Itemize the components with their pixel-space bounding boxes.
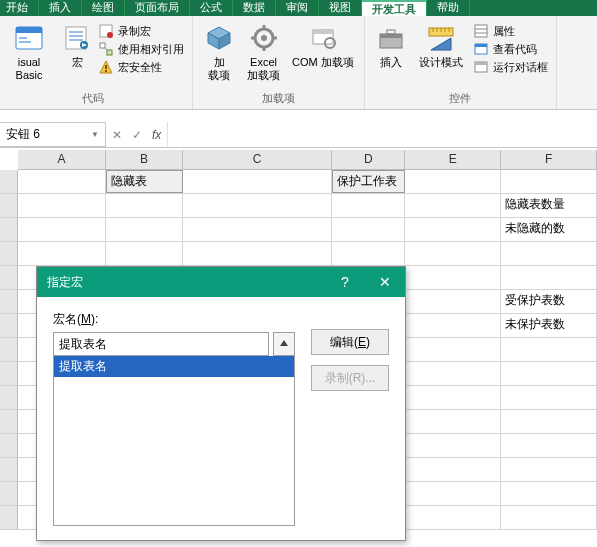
view-code-button[interactable]: 查看代码	[471, 40, 550, 58]
macro-security-button[interactable]: 宏安全性	[96, 58, 186, 76]
cell[interactable]	[405, 434, 501, 457]
row-header[interactable]	[0, 170, 18, 194]
cell[interactable]	[405, 170, 501, 193]
row-header[interactable]	[0, 290, 18, 314]
row-header[interactable]	[0, 458, 18, 482]
row-header[interactable]	[0, 434, 18, 458]
tab-view[interactable]: 视图	[319, 0, 362, 16]
cancel-formula-icon[interactable]: ✕	[112, 128, 122, 142]
use-relative-refs-button[interactable]: 使用相对引用	[96, 40, 186, 58]
tab-review[interactable]: 审阅	[276, 0, 319, 16]
cell[interactable]	[405, 458, 501, 481]
record-macro-button[interactable]: 录制宏	[96, 22, 186, 40]
tab-developer[interactable]: 开发工具	[362, 0, 427, 16]
cell[interactable]	[501, 482, 597, 505]
cell[interactable]	[501, 266, 597, 289]
cell[interactable]	[332, 194, 405, 217]
cell[interactable]	[501, 386, 597, 409]
cell[interactable]	[18, 218, 106, 241]
macro-name-input[interactable]	[53, 332, 269, 356]
run-dialog-button[interactable]: 运行对话框	[471, 58, 550, 76]
cell[interactable]	[405, 290, 501, 313]
dialog-titlebar[interactable]: 指定宏 ? ✕	[37, 267, 405, 297]
confirm-formula-icon[interactable]: ✓	[132, 128, 142, 142]
row-header[interactable]	[0, 314, 18, 338]
range-select-button[interactable]	[273, 332, 295, 356]
tab-data[interactable]: 数据	[233, 0, 276, 16]
chevron-down-icon[interactable]: ▼	[91, 130, 99, 139]
col-header-b[interactable]: B	[106, 150, 183, 169]
com-addins-button[interactable]: COM 加载项	[288, 20, 358, 88]
cell[interactable]: 受保护表数	[501, 290, 597, 313]
close-button[interactable]: ✕	[365, 267, 405, 297]
tab-insert[interactable]: 插入	[39, 0, 82, 16]
cell[interactable]	[183, 194, 332, 217]
cell[interactable]	[501, 242, 597, 265]
cell[interactable]	[405, 242, 501, 265]
edit-button[interactable]: 编辑(E)	[311, 329, 389, 355]
cell[interactable]	[405, 266, 501, 289]
col-header-c[interactable]: C	[183, 150, 333, 169]
cell[interactable]	[106, 194, 183, 217]
cell[interactable]	[501, 506, 597, 529]
col-header-d[interactable]: D	[332, 150, 405, 169]
row-header[interactable]	[0, 362, 18, 386]
cell[interactable]	[405, 482, 501, 505]
sheet-button-protect[interactable]: 保护工作表	[332, 170, 405, 193]
cell[interactable]	[405, 314, 501, 337]
cell[interactable]	[332, 218, 405, 241]
col-header-e[interactable]: E	[405, 150, 501, 169]
cell[interactable]	[501, 362, 597, 385]
cell[interactable]	[405, 338, 501, 361]
cell[interactable]	[183, 170, 332, 193]
insert-control-button[interactable]: 插入	[371, 20, 411, 88]
cell[interactable]	[405, 218, 501, 241]
row-header[interactable]	[0, 266, 18, 290]
macros-button[interactable]: 宏	[62, 20, 92, 88]
cell[interactable]	[106, 218, 183, 241]
visual-basic-button[interactable]: isual Basic	[0, 20, 58, 88]
tab-layout[interactable]: 页面布局	[125, 0, 190, 16]
cell[interactable]	[183, 242, 332, 265]
cell[interactable]	[18, 242, 106, 265]
tab-help[interactable]: 帮助	[427, 0, 470, 16]
help-button[interactable]: ?	[325, 267, 365, 297]
row-header[interactable]	[0, 506, 18, 530]
cell[interactable]	[405, 386, 501, 409]
cell[interactable]	[106, 242, 183, 265]
row-header[interactable]	[0, 218, 18, 242]
sheet-button-hidden[interactable]: 隐藏表	[106, 170, 183, 193]
col-header-f[interactable]: F	[501, 150, 597, 169]
row-header[interactable]	[0, 482, 18, 506]
formula-input[interactable]	[168, 122, 597, 147]
cell[interactable]	[405, 194, 501, 217]
macro-list-item[interactable]: 提取表名	[54, 356, 294, 377]
row-header[interactable]	[0, 338, 18, 362]
col-header-a[interactable]: A	[18, 150, 106, 169]
cell[interactable]	[405, 506, 501, 529]
cell[interactable]	[501, 170, 597, 193]
cell[interactable]	[501, 434, 597, 457]
name-box[interactable]: 安钮 6▼	[0, 122, 106, 147]
cell[interactable]	[501, 458, 597, 481]
cell[interactable]	[405, 362, 501, 385]
tab-formulas[interactable]: 公式	[190, 0, 233, 16]
cell[interactable]: 隐藏表数量	[501, 194, 597, 217]
cell[interactable]: 未保护表数	[501, 314, 597, 337]
cell[interactable]	[18, 170, 106, 193]
addins-button[interactable]: 加 载项	[199, 20, 239, 88]
excel-addins-button[interactable]: Excel 加载项	[243, 20, 284, 88]
tab-file[interactable]: 开始	[0, 0, 39, 16]
design-mode-button[interactable]: 设计模式	[415, 20, 467, 88]
cell[interactable]	[183, 218, 332, 241]
properties-button[interactable]: 属性	[471, 22, 550, 40]
cell[interactable]	[18, 194, 106, 217]
cell[interactable]	[501, 410, 597, 433]
row-header[interactable]	[0, 242, 18, 266]
macro-list[interactable]: 提取表名	[53, 356, 295, 526]
cell[interactable]	[405, 410, 501, 433]
tab-draw[interactable]: 绘图	[82, 0, 125, 16]
row-header[interactable]	[0, 410, 18, 434]
cell[interactable]: 未隐藏的数	[501, 218, 597, 241]
row-header[interactable]	[0, 386, 18, 410]
